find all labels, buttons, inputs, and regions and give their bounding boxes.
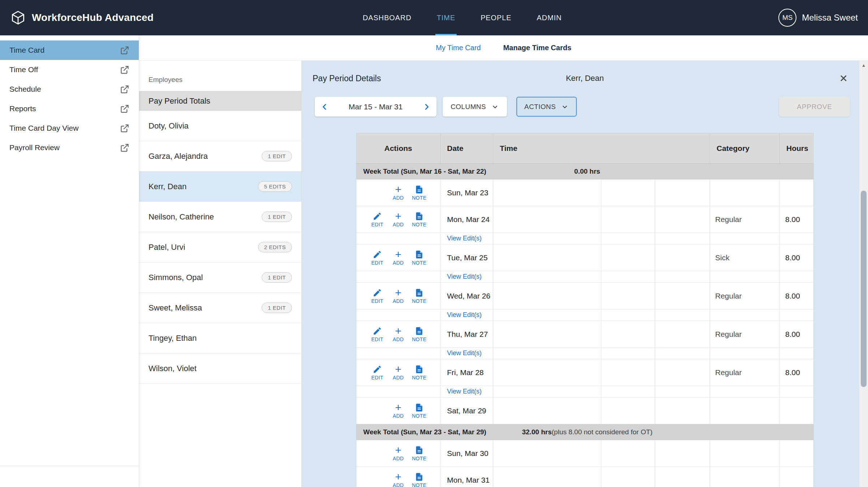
sidebar-item-time-off[interactable]: Time Off	[0, 60, 139, 79]
edit-action-button[interactable]: EDIT	[367, 212, 388, 227]
view-edits-link[interactable]: View Edit(s)	[441, 349, 482, 357]
edit-action-button[interactable]: EDIT	[367, 250, 388, 266]
employee-row-tingey-ethan[interactable]: Tingey, Ethan	[139, 323, 301, 353]
time-cell-3	[655, 283, 710, 309]
add-action-button[interactable]: + ADD	[388, 212, 409, 227]
sidebar-item-time-card-day-view[interactable]: Time Card Day View	[0, 118, 139, 138]
employee-row-simmons-opal[interactable]: Simmons, Opal 1 EDIT	[139, 262, 301, 293]
date-cell: Sun, Mar 23	[441, 179, 493, 206]
sidebar-item-label: Time Card	[9, 46, 44, 55]
note-label: NOTE	[412, 195, 426, 201]
edit-action-button[interactable]: EDIT	[367, 288, 388, 304]
add-label: ADD	[393, 298, 404, 304]
time-cell-1	[493, 359, 601, 386]
time-cell-3	[655, 206, 710, 232]
note-action-button[interactable]: NOTE	[409, 212, 430, 227]
col-header-time: Time	[493, 133, 710, 163]
category-cell: Regular	[710, 359, 780, 386]
view-edits-link[interactable]: View Edit(s)	[441, 388, 482, 395]
employee-name: Doty, Olivia	[149, 121, 189, 131]
subtab-my-time-card[interactable]: My Time Card	[436, 44, 481, 52]
edit-action-button[interactable]: EDIT	[367, 365, 388, 381]
time-cell-3	[655, 386, 710, 397]
edit-action-button[interactable]: EDIT	[367, 326, 388, 342]
scrollbar-thumb[interactable]	[861, 191, 867, 387]
note-label: NOTE	[412, 260, 426, 266]
employee-row-garza-alejandra[interactable]: Garza, Alejandra 1 EDIT	[139, 141, 301, 171]
chevron-right-icon[interactable]	[416, 97, 437, 117]
vertical-scrollbar[interactable]: ▲	[859, 61, 868, 487]
note-action-button[interactable]: NOTE	[409, 250, 430, 266]
employee-row-neilson-catherine[interactable]: Neilson, Catherine 1 EDIT	[139, 202, 301, 232]
date-cell: View Edit(s)	[441, 386, 493, 397]
time-cell-2	[601, 467, 655, 487]
nav-tab-time[interactable]: TIME	[435, 0, 457, 35]
close-icon[interactable]: ✕	[839, 73, 848, 84]
add-action-button[interactable]: + ADD	[388, 403, 409, 419]
note-action-button[interactable]: NOTE	[409, 445, 430, 461]
time-cell-2	[601, 206, 655, 232]
sidebar-item-payroll-review[interactable]: Payroll Review	[0, 138, 139, 157]
note-action-button[interactable]: NOTE	[409, 472, 430, 487]
approve-button[interactable]: APPROVE	[779, 97, 850, 117]
brand: WorkforceHub Advanced	[10, 10, 154, 26]
category-cell	[710, 309, 780, 321]
add-action-button[interactable]: + ADD	[388, 445, 409, 461]
timecard-day-row: EDIT + ADD NOTE Sun, Mar 23	[356, 179, 813, 206]
hours-cell	[780, 386, 813, 397]
note-action-button[interactable]: NOTE	[409, 288, 430, 304]
note-label: NOTE	[412, 456, 426, 461]
edit-label: EDIT	[371, 298, 383, 304]
pencil-icon	[373, 288, 382, 297]
date-cell: View Edit(s)	[441, 233, 493, 244]
sidebar-item-label: Schedule	[9, 85, 41, 94]
time-cell-2	[601, 386, 655, 397]
chevron-down-icon	[491, 103, 499, 111]
chevron-left-icon[interactable]	[315, 97, 335, 117]
columns-button[interactable]: COLUMNS	[443, 97, 507, 117]
employee-row-doty-olivia[interactable]: Doty, Olivia	[139, 111, 301, 141]
date-cell: Thu, Mar 27	[441, 321, 493, 347]
add-action-button[interactable]: + ADD	[388, 288, 409, 304]
view-edits-link[interactable]: View Edit(s)	[441, 311, 482, 319]
subtab-manage-time-cards[interactable]: Manage Time Cards	[503, 44, 571, 52]
sidebar-item-label: Time Card Day View	[9, 124, 78, 132]
note-action-button[interactable]: NOTE	[409, 365, 430, 381]
add-action-button[interactable]: + ADD	[388, 250, 409, 266]
hours-cell: 8.00	[780, 359, 813, 386]
sidebar-item-time-card[interactable]: Time Card	[0, 40, 139, 60]
timecard-subtabs: My Time CardManage Time Cards	[139, 35, 868, 61]
employee-name: Wilson, Violet	[149, 364, 197, 373]
nav-tab-dashboard[interactable]: DASHBOARD	[361, 0, 413, 35]
add-action-button[interactable]: + ADD	[388, 472, 409, 487]
actions-button[interactable]: ACTIONS	[516, 97, 577, 117]
note-action-button[interactable]: NOTE	[409, 403, 430, 419]
add-action-button[interactable]: + ADD	[388, 326, 409, 342]
sidebar-item-reports[interactable]: Reports	[0, 99, 139, 118]
pay-period-navigator: Mar 15 - Mar 31	[315, 97, 437, 117]
sidebar-item-schedule[interactable]: Schedule	[0, 79, 139, 99]
employee-row-kerr-dean[interactable]: Kerr, Dean 5 EDITS	[139, 171, 301, 202]
view-edits-link[interactable]: View Edit(s)	[441, 235, 482, 242]
pay-period-totals-row[interactable]: Pay Period Totals	[139, 91, 301, 111]
view-edits-row: View Edit(s)	[356, 309, 813, 321]
add-action-button[interactable]: + ADD	[388, 365, 409, 381]
user-chip[interactable]: MS Melissa Sweet	[778, 9, 858, 27]
sidebar-item-label: Time Off	[9, 65, 38, 74]
nav-tab-people[interactable]: PEOPLE	[479, 0, 513, 35]
nav-tab-admin[interactable]: ADMIN	[535, 0, 563, 35]
avatar[interactable]: MS	[778, 9, 796, 27]
view-edits-link[interactable]: View Edit(s)	[441, 273, 482, 281]
view-edits-row: View Edit(s)	[356, 348, 813, 359]
note-action-button[interactable]: NOTE	[409, 185, 430, 201]
employee-row-wilson-violet[interactable]: Wilson, Violet	[139, 353, 301, 384]
pencil-icon	[373, 250, 382, 259]
employee-row-sweet-melissa[interactable]: Sweet, Melissa 1 EDIT	[139, 293, 301, 323]
add-action-button[interactable]: + ADD	[388, 185, 409, 201]
scrollbar-up-arrow[interactable]: ▲	[859, 63, 868, 68]
workspace: Employees Pay Period Totals Doty, Olivia…	[139, 61, 868, 487]
sidebar-item-label: Payroll Review	[9, 143, 60, 152]
time-cell-1	[493, 309, 601, 321]
note-action-button[interactable]: NOTE	[409, 326, 430, 342]
employee-row-patel-urvi[interactable]: Patel, Urvi 2 EDITS	[139, 232, 301, 262]
